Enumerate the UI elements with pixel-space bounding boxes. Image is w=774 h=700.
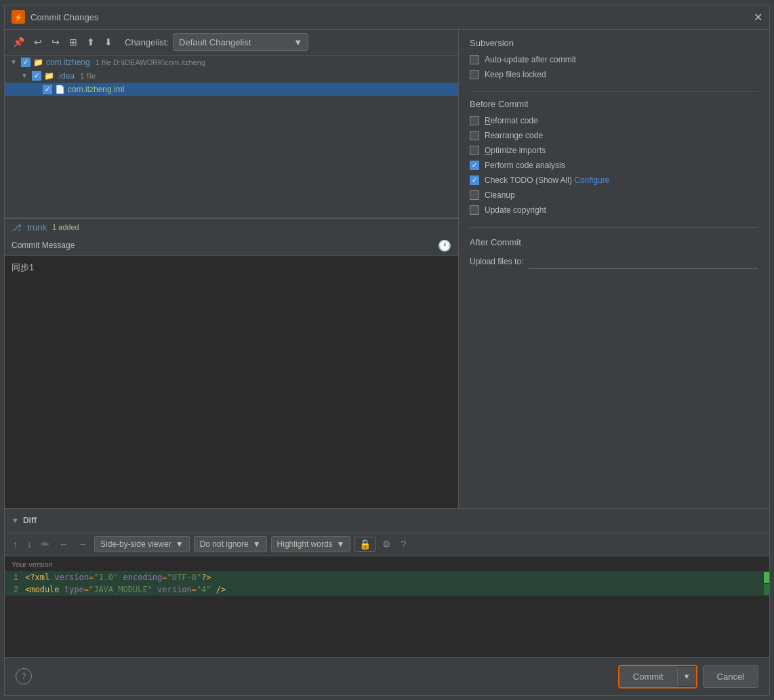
added-badge: 1 added	[52, 223, 79, 231]
close-button[interactable]: ✕	[754, 11, 762, 24]
upload-row: Upload files to:	[470, 254, 758, 269]
checkbox-rearrange[interactable]	[470, 131, 479, 140]
lock-icon-button[interactable]: 🔒	[354, 537, 375, 552]
checkbox-analysis[interactable]: ✓	[470, 161, 479, 170]
settings-button[interactable]: ⚙	[380, 537, 394, 551]
bottom-right: Commit ▼ Cancel	[618, 665, 758, 688]
dropdown-arrow-icon: ▼	[293, 37, 302, 47]
option-label-cleanup: Cleanup	[485, 190, 515, 200]
diff-line-2: 2 <module type="JAVA_MODULE" version="4"…	[5, 583, 769, 596]
branch-name: trunk	[27, 222, 47, 232]
diff-right-button[interactable]: →	[75, 537, 90, 551]
tree-item-idea[interactable]: ▼ ✓ 📁 .idea 1 file	[5, 69, 458, 83]
separator-2	[470, 227, 758, 228]
group-button[interactable]: ⊞	[66, 35, 80, 49]
cancel-button[interactable]: Cancel	[703, 665, 758, 688]
option-label-check-todo: Check TODO (Show All) Configure	[485, 176, 609, 185]
option-rearrange: Rearrange code	[470, 131, 758, 140]
xml-val: "4"	[197, 585, 211, 594]
option-keep-locked: Keep files locked	[470, 70, 758, 79]
option-label-keep-locked: Keep files locked	[485, 70, 546, 79]
xml-attr: encoding	[118, 573, 162, 582]
upload-field[interactable]	[529, 254, 758, 269]
commit-dropdown-button[interactable]: ▼	[677, 667, 696, 686]
xml-tag: ?>	[201, 573, 211, 582]
option-label-copyright: Update copyright	[485, 205, 546, 215]
collapse-button[interactable]: ⬇	[102, 35, 115, 49]
checkbox-reformat[interactable]	[470, 116, 479, 125]
commit-button[interactable]: Commit	[619, 666, 677, 687]
option-label-rearrange: Rearrange code	[485, 131, 543, 140]
line-content: <module type="JAVA_MODULE" version="4" /…	[25, 585, 764, 594]
tree-arrow-icon: ▼	[21, 72, 29, 79]
highlight-arrow-icon: ▼	[337, 539, 345, 549]
diff-collapse-icon[interactable]: ▼	[12, 516, 19, 524]
checkbox-check-todo[interactable]: ✓	[470, 176, 479, 185]
checkbox-optimize[interactable]	[470, 146, 479, 155]
right-panel: Subversion Auto-update after commit Keep…	[459, 30, 769, 508]
undo-button[interactable]: ↩	[31, 35, 45, 49]
viewer-arrow-icon: ▼	[176, 539, 184, 549]
commit-message-input[interactable]: 同步1	[5, 256, 458, 508]
option-auto-update: Auto-update after commit	[470, 55, 758, 64]
option-label-analysis: Perform code analysis	[485, 161, 565, 170]
branch-icon: ⎇	[12, 222, 22, 232]
xml-tag: <module	[25, 585, 64, 594]
option-analysis: ✓ Perform code analysis	[470, 161, 758, 170]
checkbox-auto-update[interactable]	[470, 55, 479, 64]
tree-item-label: com.itzheng	[46, 58, 90, 67]
before-commit-title: Before Commit	[470, 99, 758, 109]
line-number: 2	[5, 585, 25, 594]
folder-icon: 📁	[33, 58, 43, 67]
ignore-dropdown[interactable]: Do not ignore ▼	[194, 536, 267, 552]
history-button[interactable]: 🕐	[438, 239, 451, 252]
option-label-optimize: Optimize imports	[485, 146, 546, 155]
upload-label: Upload files to:	[470, 257, 523, 266]
tree-checkbox-root[interactable]: ✓	[21, 58, 30, 67]
pin-button[interactable]: 📌	[10, 35, 27, 49]
diff-up-button[interactable]: ↑	[10, 537, 20, 551]
configure-link[interactable]: Configure	[574, 176, 609, 185]
folder-icon: 📁	[44, 71, 54, 81]
xml-attr: version	[152, 585, 192, 594]
ignore-arrow-icon: ▼	[253, 539, 261, 549]
tree-item-iml[interactable]: ▶ ✓ 📄 com.itzheng.iml	[5, 83, 458, 96]
commit-message-section: Commit Message 🕐 同步1	[5, 236, 458, 508]
help-button[interactable]: ?	[16, 668, 32, 684]
viewer-dropdown[interactable]: Side-by-side viewer ▼	[94, 536, 190, 552]
checkbox-cleanup[interactable]	[470, 190, 479, 200]
xml-punc: =	[192, 585, 197, 594]
checkbox-copyright[interactable]	[470, 205, 479, 215]
tree-arrow-icon: ▼	[10, 58, 18, 66]
diff-toolbar: ↑ ↓ ✏ ← → Side-by-side viewer ▼ Do not i…	[5, 533, 769, 556]
msg-header: Commit Message 🕐	[5, 236, 458, 256]
msg-label: Commit Message	[12, 241, 75, 250]
diff-left-button[interactable]: ←	[56, 537, 71, 551]
xml-val: "UTF-8"	[167, 573, 202, 582]
ignore-label: Do not ignore	[200, 539, 249, 549]
tree-checkbox-idea[interactable]: ✓	[32, 71, 41, 81]
branch-bar: ⎇ trunk 1 added	[5, 218, 458, 236]
app-icon: ⚡	[12, 10, 25, 24]
title-left: ⚡ Commit Changes	[12, 10, 98, 24]
changelist-dropdown[interactable]: Default Changelist ▼	[173, 33, 308, 51]
xml-tag: <?xml	[25, 573, 54, 582]
title-bar: ⚡ Commit Changes ✕	[5, 5, 769, 30]
commit-dialog: ⚡ Commit Changes ✕ 📌 ↩ ↪ ⊞ ⬆ ⬇ Changelis…	[4, 5, 770, 696]
diff-down-button[interactable]: ↓	[24, 537, 35, 551]
line-content: <?xml version="1.0" encoding="UTF-8"?>	[25, 573, 764, 582]
diff-version-label: Your version	[5, 559, 769, 571]
diff-title: Diff	[23, 516, 37, 525]
option-label-auto-update: Auto-update after commit	[485, 55, 576, 64]
tree-item-info: 1 file	[80, 72, 96, 80]
tree-item-root[interactable]: ▼ ✓ 📁 com.itzheng 1 file D:\IDEAWORK\com…	[5, 56, 458, 69]
diff-edit-button[interactable]: ✏	[39, 537, 52, 551]
expand-button[interactable]: ⬆	[84, 35, 98, 49]
redo-button[interactable]: ↪	[49, 35, 62, 49]
help-diff-button[interactable]: ?	[398, 537, 409, 551]
highlight-dropdown[interactable]: Highlight words ▼	[271, 536, 351, 552]
tree-checkbox-iml[interactable]: ✓	[43, 85, 52, 94]
commit-button-wrap: Commit ▼	[618, 665, 697, 688]
xml-punc: =	[162, 573, 167, 582]
checkbox-keep-locked[interactable]	[470, 70, 479, 79]
